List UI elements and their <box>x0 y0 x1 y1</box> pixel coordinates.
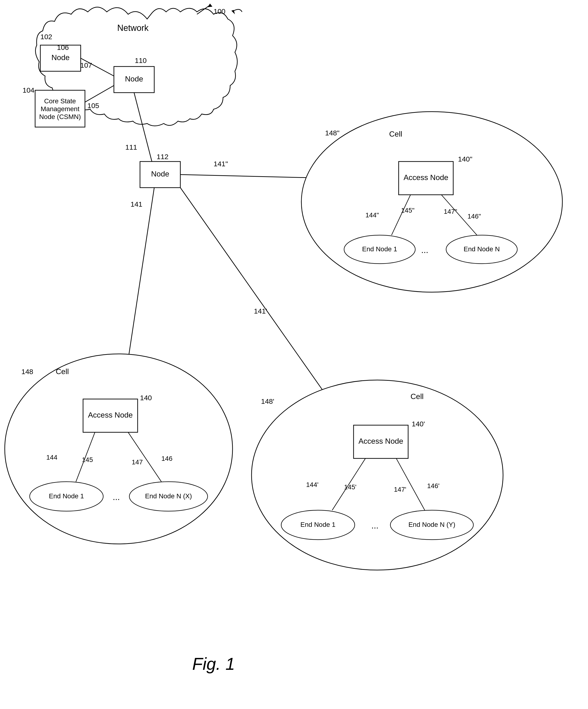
label-145: 145 <box>82 456 93 464</box>
label-140: 140 <box>140 394 152 402</box>
access-node-text: Access Node <box>88 411 133 419</box>
label-148: 148 <box>21 368 33 375</box>
label-100: 100 <box>214 7 225 15</box>
label-146p: 146' <box>427 482 440 490</box>
dots-left: ... <box>113 492 120 502</box>
dots-right: ... <box>371 521 379 530</box>
access-node-pp-text: Access Node <box>403 173 448 182</box>
label-144pp: 144" <box>365 211 379 219</box>
svg-marker-1 <box>207 4 213 7</box>
label-140p: 140' <box>412 420 425 428</box>
label-110: 110 <box>135 56 147 64</box>
node-112-text: Node <box>151 169 169 178</box>
label-148pp: 148" <box>325 129 340 137</box>
label-106: 106 <box>57 44 69 51</box>
cell-label: Cell <box>56 367 69 376</box>
label-147pp: 147" <box>444 208 457 215</box>
label-140pp: 140" <box>458 155 472 163</box>
csmn-text3: Node (CSMN) <box>39 113 81 121</box>
network-label: Network <box>117 23 149 33</box>
label-146pp: 146" <box>468 213 481 220</box>
label-102: 102 <box>40 33 52 41</box>
label-104: 104 <box>23 86 34 94</box>
end-node-ny-text: End Node N (Y) <box>409 521 455 528</box>
label-146: 146 <box>161 455 172 462</box>
label-111: 111 <box>125 143 137 151</box>
csmn-text1: Core State <box>44 97 76 105</box>
cell-pp-ellipse <box>301 112 562 292</box>
cell-p-ellipse <box>252 380 503 570</box>
cell-ellipse <box>5 354 232 544</box>
label-147p: 147' <box>394 486 406 493</box>
end-node1-pp-text: End Node 1 <box>362 245 397 253</box>
access-node-p-text: Access Node <box>359 437 403 445</box>
network-cloud: Network Node Core State Management Node … <box>35 4 237 127</box>
diagram-container: Network Node Core State Management Node … <box>0 0 588 709</box>
node-102-text: Node <box>52 53 70 62</box>
label-144p: 144' <box>306 481 318 488</box>
label-144: 144 <box>46 454 57 461</box>
end-node1-p-text: End Node 1 <box>300 521 336 528</box>
csmn-text2: Management <box>40 105 80 112</box>
label-141pp: 141" <box>214 160 228 168</box>
label-147: 147 <box>132 458 143 466</box>
cell-p-label: Cell <box>411 392 424 401</box>
cell-pp-label: Cell <box>389 130 402 138</box>
label-145p: 145' <box>344 483 356 491</box>
end-node-n-pp-text: End Node N <box>464 245 500 253</box>
label-148p: 148' <box>261 397 274 405</box>
svg-line-5 <box>126 188 154 375</box>
end-node-nx-text: End Node N (X) <box>145 492 192 500</box>
label-145pp: 145" <box>401 207 415 214</box>
end-node1-text: End Node 1 <box>49 492 84 500</box>
label-107: 107 <box>80 61 92 69</box>
diagram-svg: Network Node Core State Management Node … <box>0 0 588 709</box>
svg-line-7 <box>180 175 328 178</box>
dots-pp: ... <box>421 245 428 255</box>
label-141: 141 <box>131 200 142 208</box>
fig-label: Fig. 1 <box>192 654 235 673</box>
node-110-text: Node <box>125 75 143 83</box>
label-105: 105 <box>87 102 99 109</box>
label-141p: 141' <box>254 307 267 315</box>
label-112: 112 <box>157 153 168 161</box>
